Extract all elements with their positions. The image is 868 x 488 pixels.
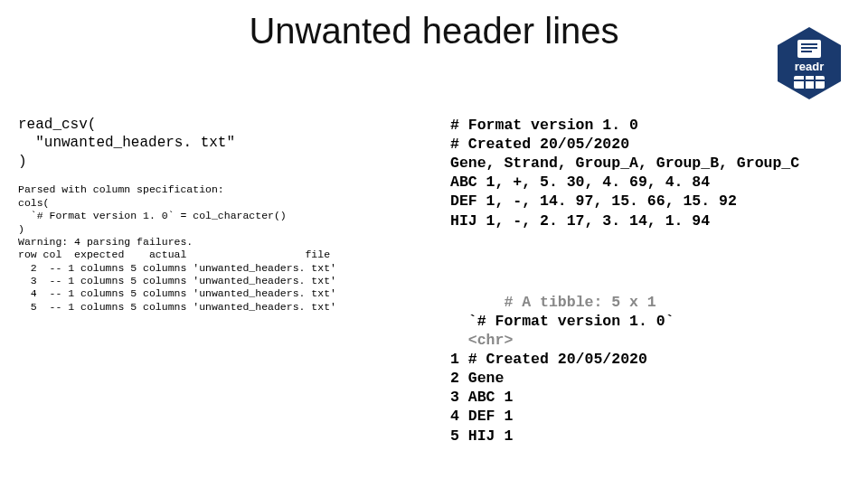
tibble-type: <chr> (450, 332, 513, 349)
svg-rect-8 (804, 76, 806, 89)
svg-rect-4 (801, 51, 812, 52)
left-column: read_csv( "unwanted_headers. txt" ) Pars… (18, 116, 434, 314)
tibble-colname: `# Format version 1. 0` (450, 313, 675, 330)
svg-rect-2 (801, 43, 817, 45)
file-contents-block: # Format version 1. 0 # Created 20/05/20… (450, 116, 848, 230)
tibble-header: # A tibble: 5 x 1 (504, 294, 656, 311)
slide-title: Unwanted header lines (0, 11, 868, 52)
code-call-block: read_csv( "unwanted_headers. txt" ) (18, 116, 434, 171)
svg-rect-9 (814, 76, 816, 89)
svg-rect-6 (794, 76, 825, 89)
svg-rect-7 (794, 80, 825, 81)
tibble-rows: 1 # Created 20/05/2020 2 Gene 3 ABC 1 4 … (450, 351, 647, 444)
svg-text:readr: readr (795, 60, 825, 73)
svg-rect-3 (801, 47, 817, 49)
parse-output-block: Parsed with column specification: cols( … (18, 183, 434, 314)
readr-logo-icon: readr (778, 27, 841, 99)
right-column: # Format version 1. 0 # Created 20/05/20… (450, 116, 848, 465)
tibble-output-block: # A tibble: 5 x 1 `# Format version 1. 0… (450, 274, 848, 465)
